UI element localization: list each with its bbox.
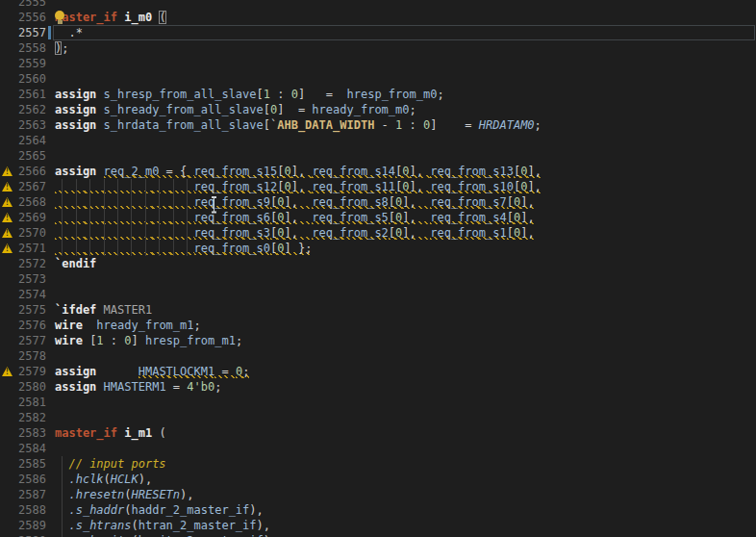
code-text[interactable]: assign req_2_m0 = { req_from_s15[0], req…	[55, 164, 542, 179]
code-line[interactable]: !2568 req_from_s9[0], req_from_s8[0], re…	[0, 194, 756, 210]
code-token[interactable]: :	[402, 118, 423, 132]
code-token[interactable]: req_from_s5	[312, 211, 388, 224]
gutter-cell[interactable]: 2576	[0, 318, 46, 333]
code-token[interactable]: req_2_m0	[104, 165, 160, 178]
code-token[interactable]: ],	[410, 165, 431, 178]
code-token[interactable]: wire	[55, 334, 83, 347]
code-text[interactable]: );	[55, 40, 68, 56]
gutter-cell[interactable]: !2568	[0, 194, 46, 210]
line-number[interactable]: 2556	[18, 11, 46, 24]
line-number[interactable]: 2562	[18, 103, 46, 116]
code-text[interactable]: wire hready_from_m1;	[55, 318, 201, 333]
code-token[interactable]: ],	[527, 180, 541, 193]
line-number[interactable]: 2577	[18, 334, 46, 347]
code-text[interactable]: `ifdef MASTER1	[55, 302, 152, 318]
code-token[interactable]	[96, 380, 103, 394]
gutter-cell[interactable]: 2575	[0, 302, 46, 318]
code-token[interactable]: .hclk	[68, 473, 103, 486]
code-lines[interactable]: 25552556master_if i_m0 (2557 .*2558);255…	[0, 0, 756, 537]
code-line[interactable]: 2585 // input ports	[0, 456, 756, 472]
code-token[interactable]: (	[104, 473, 111, 486]
gutter-cell[interactable]: 2581	[0, 395, 46, 410]
code-token[interactable]: req_from_s13	[430, 165, 514, 178]
code-token[interactable]: req_from_s10	[430, 180, 514, 193]
gutter-cell[interactable]: 2589	[0, 518, 46, 533]
gutter-cell[interactable]: 2559	[0, 56, 46, 71]
code-token[interactable]: 1	[96, 334, 103, 347]
code-token[interactable]: ],	[291, 165, 313, 178]
code-token[interactable]: ],	[402, 226, 430, 240]
code-token[interactable]: (	[152, 426, 165, 440]
code-token[interactable]: i_m0	[124, 11, 152, 24]
gutter-cell[interactable]: !2567	[0, 179, 46, 194]
code-token[interactable]: ],	[520, 195, 534, 209]
code-token[interactable]: i_m1	[124, 426, 152, 440]
line-number[interactable]: 2580	[18, 380, 46, 394]
code-token[interactable]: req_from_s14	[312, 165, 395, 178]
code-token[interactable]: [	[257, 88, 264, 101]
code-line[interactable]: 2589 .s_htrans(htran_2_master_if),	[0, 518, 756, 533]
line-number[interactable]: 2570	[18, 226, 46, 240]
code-token[interactable]: ],	[520, 211, 534, 224]
code-line[interactable]: !2571 req_from_s0[0] };	[0, 241, 756, 256]
code-line[interactable]: 2558);	[0, 40, 756, 56]
gutter-cell[interactable]: !2571	[0, 241, 46, 256]
code-line[interactable]: 2576wire hready_from_m1;	[0, 318, 756, 333]
code-token[interactable]: req_from_s6	[194, 211, 270, 224]
code-token[interactable]: (	[159, 11, 165, 24]
code-token[interactable]: =	[166, 380, 188, 394]
code-token[interactable]: `endif	[55, 257, 96, 270]
gutter-cell[interactable]: 2590	[0, 533, 46, 537]
code-token[interactable]: HRDATAM0	[479, 118, 535, 132]
code-token[interactable]	[83, 319, 96, 332]
code-token[interactable]: ] };	[284, 242, 312, 255]
code-token[interactable]: ],	[284, 195, 312, 209]
gutter-cell[interactable]: 2561	[0, 87, 46, 102]
code-line[interactable]: 2562assign s_hready_from_all_slave[0] = …	[0, 102, 756, 117]
code-token[interactable]: ),	[139, 473, 152, 486]
code-token[interactable]: req_from_s9	[194, 195, 270, 209]
gutter-cell[interactable]: 2588	[0, 502, 46, 518]
code-line[interactable]: 2587 .hresetn(HRESETn),	[0, 487, 756, 502]
code-token[interactable]: ],	[527, 165, 541, 178]
code-token[interactable]: .hresetn	[68, 488, 124, 501]
gutter-cell[interactable]: 2563	[0, 117, 46, 133]
code-token[interactable]: = {	[159, 165, 193, 178]
code-token[interactable]: req_from_s3	[194, 226, 270, 240]
gutter-cell[interactable]: 2583	[0, 425, 46, 441]
line-number[interactable]: 2584	[18, 442, 46, 455]
code-line[interactable]: !2579assign HMASTLOCKM1 = 0;	[0, 364, 756, 379]
line-number[interactable]: 2587	[18, 488, 46, 501]
line-number[interactable]: 2586	[18, 473, 46, 486]
code-line[interactable]: 2564	[0, 133, 756, 148]
code-text[interactable]: assign HMASTERM1 = 4'b0;	[55, 379, 221, 395]
code-text[interactable]: .s_hwrite(hwrite_2_master_if)	[55, 533, 270, 537]
code-line[interactable]: 2572`endif	[0, 256, 756, 271]
code-token[interactable]: req_from_s7	[430, 195, 506, 209]
gutter-cell[interactable]: 2578	[0, 348, 46, 364]
code-line[interactable]: 2581	[0, 395, 756, 410]
code-text[interactable]: // input ports	[55, 456, 166, 472]
line-number[interactable]: 2571	[18, 242, 46, 255]
line-number[interactable]: 2583	[18, 426, 46, 440]
code-token[interactable]	[96, 165, 103, 178]
code-text[interactable]: req_from_s12[0], req_from_s11[0], req_fr…	[55, 179, 542, 194]
code-line[interactable]: 2575`ifdef MASTER1	[0, 302, 756, 318]
gutter-cell[interactable]: 2586	[0, 472, 46, 487]
code-token[interactable]: req_from_s4	[430, 211, 506, 224]
line-number[interactable]: 2589	[18, 519, 46, 532]
code-token[interactable]: ] =	[430, 118, 479, 132]
code-text[interactable]: wire [1 : 0] hresp_from_m1;	[55, 333, 242, 348]
code-token[interactable]: .s_haddr	[68, 503, 124, 517]
code-token[interactable]: MASTER1	[104, 303, 153, 317]
code-token[interactable]	[96, 88, 103, 101]
code-line[interactable]: 2555	[0, 0, 756, 10]
code-text[interactable]: assign s_hready_from_all_slave[0] = hrea…	[55, 102, 416, 117]
code-token[interactable]: :	[270, 88, 291, 101]
code-token[interactable]: ],	[284, 226, 312, 240]
code-token[interactable]: hresp_from_m1	[145, 334, 236, 347]
code-line[interactable]: 2584	[0, 441, 756, 456]
code-line[interactable]: 2590 .s_hwrite(hwrite_2_master_if)	[0, 533, 756, 537]
line-number[interactable]: 2573	[18, 272, 46, 286]
line-number[interactable]: 2557	[18, 26, 46, 39]
